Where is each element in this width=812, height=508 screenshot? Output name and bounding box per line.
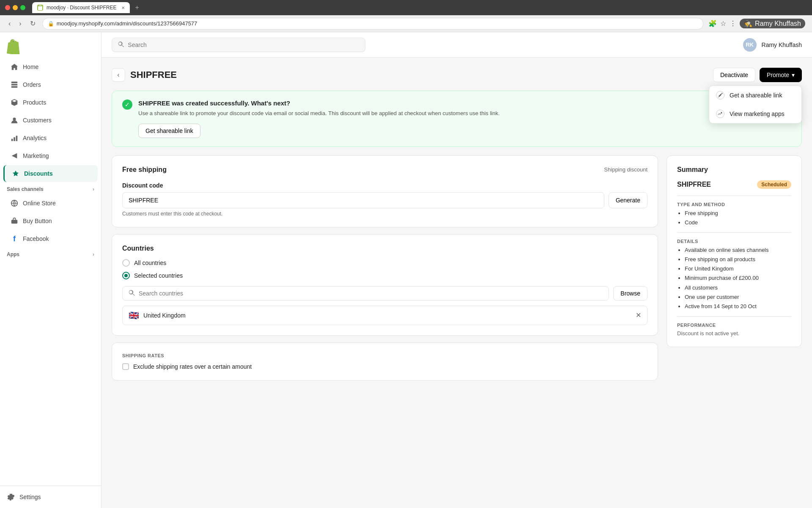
discount-code-label: Discount code	[122, 182, 647, 189]
page-header-left: ‹ SHIPFREE	[112, 68, 177, 82]
discount-code-input[interactable]	[122, 192, 604, 208]
sidebar-orders-label: Orders	[23, 81, 41, 88]
apps-arrow[interactable]: ›	[93, 251, 94, 257]
buy-button-icon	[10, 217, 19, 225]
country-tag-uk: 🇬🇧 United Kingdom ✕	[122, 306, 647, 325]
discounts-icon	[11, 169, 20, 178]
success-action: Get shareable link	[138, 124, 500, 138]
incognito-badge: 🕵 Ramy Khuffash	[740, 19, 805, 28]
topbar-search-container[interactable]	[112, 38, 365, 52]
incognito-label: Ramy Khuffash	[755, 20, 801, 28]
radio-selected-countries[interactable]: Selected countries	[122, 272, 647, 279]
detail-item-3: Minimum purchase of £200.00	[685, 274, 791, 282]
minimize-dot[interactable]	[13, 5, 18, 10]
analytics-icon	[10, 134, 19, 142]
summary-name-row: SHIPFREE Scheduled	[677, 180, 791, 189]
customers-icon	[10, 116, 19, 124]
app-container: Home Orders Products Customers	[0, 32, 812, 508]
refresh-button[interactable]: ↻	[28, 18, 37, 29]
success-title: SHIPFREE was created successfully. What'…	[138, 99, 500, 107]
browser-dots	[5, 5, 25, 10]
radio-all-circle	[122, 259, 130, 267]
sidebar-discounts-label: Discounts	[24, 170, 53, 177]
promote-button[interactable]: Promote ▾	[760, 68, 802, 82]
detail-item-0: Available on online sales channels	[685, 246, 791, 254]
summary-title: Summary	[677, 166, 791, 174]
settings-item[interactable]: Settings	[7, 493, 94, 501]
countries-search-input[interactable]	[139, 290, 603, 297]
back-nav-button[interactable]: ‹	[7, 18, 12, 29]
apps-label: Apps	[7, 251, 19, 257]
radio-all-countries[interactable]: All countries	[122, 259, 647, 267]
menu-icon[interactable]: ⋮	[730, 19, 736, 28]
tab-favicon	[37, 5, 43, 11]
extensions-icon[interactable]: 🧩	[708, 19, 717, 28]
orders-icon	[10, 80, 19, 89]
search-input[interactable]	[128, 41, 359, 48]
sidebar-item-facebook[interactable]: f Facebook	[3, 230, 98, 247]
selected-countries-label: Selected countries	[134, 272, 183, 279]
page-header: ‹ SHIPFREE Deactivate Promote ▾	[112, 68, 802, 82]
sidebar-item-products[interactable]: Products	[3, 94, 98, 111]
sidebar-item-discounts[interactable]: Discounts	[3, 165, 98, 182]
sales-channels-arrow[interactable]: ›	[93, 186, 94, 192]
discount-code-field: Discount code Generate Customers must en…	[122, 182, 647, 217]
new-tab-icon[interactable]: +	[135, 4, 139, 11]
sidebar-item-marketing[interactable]: Marketing	[3, 147, 98, 164]
browser-tab[interactable]: moodjoy · Discount SHIPFREE ✕	[32, 2, 130, 13]
left-column: Free shipping Shipping discount Discount…	[112, 155, 658, 387]
summary-card: Summary SHIPFREE Scheduled TYPE AND METH…	[667, 155, 802, 348]
sidebar-item-analytics[interactable]: Analytics	[3, 130, 98, 146]
card-header: Free shipping Shipping discount	[122, 166, 647, 174]
bookmark-icon[interactable]: ☆	[720, 19, 726, 28]
generate-button[interactable]: Generate	[609, 192, 647, 208]
performance-text: Discount is not active yet.	[677, 330, 791, 337]
countries-search-wrap[interactable]	[122, 286, 609, 301]
back-button[interactable]: ‹	[112, 68, 125, 82]
get-shareable-link-button[interactable]: Get shareable link	[138, 124, 200, 138]
free-shipping-title: Free shipping	[122, 166, 167, 174]
apps-section: Apps ›	[0, 248, 101, 259]
deactivate-button[interactable]: Deactivate	[713, 68, 755, 82]
svg-rect-1	[11, 84, 17, 86]
home-icon	[10, 63, 19, 71]
forward-nav-button[interactable]: ›	[17, 18, 23, 29]
divider-1	[677, 196, 791, 196]
exclude-checkbox[interactable]	[122, 363, 129, 370]
success-content: SHIPFREE was created successfully. What'…	[138, 99, 500, 138]
sidebar-item-buy-button[interactable]: Buy Button	[3, 213, 98, 229]
sidebar-item-customers[interactable]: Customers	[3, 112, 98, 129]
browser-chrome: moodjoy · Discount SHIPFREE ✕ +	[0, 0, 812, 15]
maximize-dot[interactable]	[20, 5, 25, 10]
sidebar-item-home[interactable]: Home	[3, 58, 98, 75]
shopify-logo-icon	[7, 39, 20, 54]
lock-icon: 🔒	[48, 21, 54, 27]
sales-channels-section: Sales channels ›	[0, 183, 101, 194]
discount-code-hint: Customers must enter this code at checko…	[122, 211, 647, 217]
detail-item-6: Active from 14 Sept to 20 Oct	[685, 303, 791, 310]
uk-flag-icon: 🇬🇧	[129, 310, 139, 320]
exclude-label: Exclude shipping rates over a certain am…	[133, 363, 252, 370]
facebook-icon: f	[10, 235, 19, 243]
dropdown-item-shareable-link[interactable]: Get a shareable link	[709, 86, 801, 105]
settings-icon	[7, 493, 15, 501]
countries-title: Countries	[122, 245, 647, 252]
sidebar-logo-area	[0, 32, 101, 54]
shipping-rates-label: SHIPPING RATES	[122, 353, 647, 358]
shipping-rates-card: SHIPPING RATES Exclude shipping rates ov…	[112, 342, 658, 381]
marketing-icon	[10, 152, 19, 160]
close-dot[interactable]	[5, 5, 10, 10]
success-text: Use a shareable link to promote your dis…	[138, 109, 500, 118]
svg-rect-2	[11, 86, 17, 88]
username-label: Ramy Khuffash	[762, 41, 802, 48]
radio-selected-circle	[122, 272, 130, 279]
dropdown-item-marketing-apps[interactable]: View marketing apps	[709, 105, 801, 123]
address-url[interactable]: 🔒 moodjoy.myshopify.com/admin/discounts/…	[42, 18, 703, 30]
shipping-discount-label: Shipping discount	[604, 166, 647, 173]
sidebar-item-online-store[interactable]: Online Store	[3, 195, 98, 212]
browse-button[interactable]: Browse	[613, 286, 647, 301]
remove-uk-button[interactable]: ✕	[636, 311, 641, 319]
sidebar-item-orders[interactable]: Orders	[3, 76, 98, 93]
divider-2	[677, 232, 791, 233]
tab-close-icon[interactable]: ✕	[121, 6, 125, 10]
